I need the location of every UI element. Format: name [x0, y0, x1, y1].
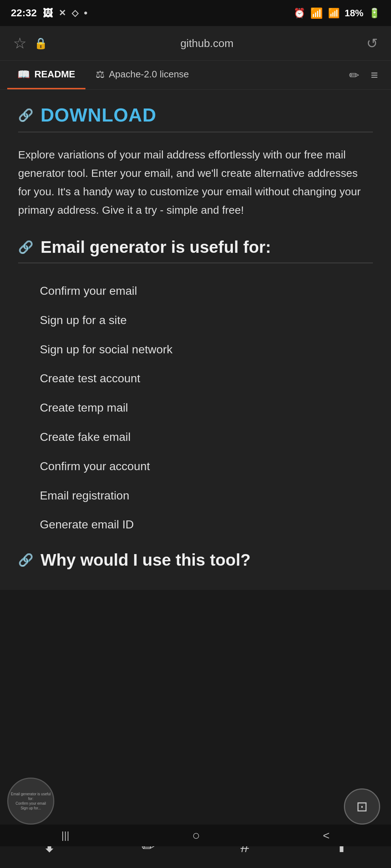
ocr-button[interactable]: ⊡ — [344, 788, 380, 825]
battery-percent: 18% — [345, 8, 363, 19]
list-item-test-account: Create test account — [40, 370, 140, 387]
list-item: Create temp mail — [18, 393, 373, 422]
wifi-icon: 📶 — [310, 7, 323, 19]
list-item-fake-email: Create fake email — [40, 429, 131, 445]
status-time: 22:32 — [11, 7, 37, 19]
dot-indicator: • — [84, 7, 88, 19]
battery-icon: 🔋 — [369, 8, 380, 19]
list-item: Email registration — [18, 481, 373, 510]
nav-home-button[interactable]: ○ — [192, 828, 200, 843]
photo-icon: 🖼 — [43, 7, 53, 19]
list-item-confirm-account: Confirm your account — [40, 458, 150, 475]
reload-button[interactable]: ↺ — [366, 35, 378, 51]
twitter-x-icon: ✕ — [59, 8, 66, 18]
tab-license-label: Apache-2.0 license — [109, 69, 189, 80]
list-icon[interactable]: ≡ — [365, 68, 384, 82]
tab-readme-label: README — [34, 69, 75, 80]
download-heading-container: 🔗 DOWNLOAD — [18, 104, 373, 126]
list-item: Create fake email — [18, 422, 373, 452]
shield-icon: ◇ — [72, 8, 78, 18]
page-thumbnail[interactable]: Email generator is useful for: Confirm y… — [7, 778, 54, 825]
list-item: Create test account — [18, 364, 373, 393]
edit-icon[interactable]: ✏ — [343, 68, 365, 82]
why-anchor-icon[interactable]: 🔗 — [18, 553, 33, 567]
alarm-icon: ⏰ — [294, 8, 305, 19]
url-display[interactable]: github.com — [47, 37, 366, 50]
readme-book-icon: 📖 — [17, 68, 30, 80]
browser-address-bar[interactable]: ☆ 🔒 github.com ↺ — [0, 26, 391, 61]
tab-readme[interactable]: 📖 README — [7, 61, 85, 89]
why-heading-container: 🔗 Why would I use this tool? — [18, 550, 373, 570]
download-description: Explore variations of your mail address … — [18, 145, 373, 219]
list-item: Sign up for social network — [18, 335, 373, 364]
system-nav-bar: ||| ○ < — [0, 825, 391, 846]
nav-back-button[interactable]: < — [323, 829, 330, 842]
download-heading: DOWNLOAD — [41, 104, 156, 126]
use-cases-list: Confirm your email Sign up for a site Si… — [18, 276, 373, 539]
list-item-signup-social: Sign up for social network — [40, 341, 172, 358]
list-item: Generate email ID — [18, 510, 373, 539]
download-divider — [18, 132, 373, 132]
useful-for-anchor-icon[interactable]: 🔗 — [18, 240, 33, 254]
list-item-generate-email-id: Generate email ID — [40, 516, 134, 533]
list-item: Confirm your email — [18, 276, 373, 306]
why-section-container: 🔗 Why would I use this tool? — [18, 550, 373, 570]
status-time-area: 22:32 🖼 ✕ ◇ • — [11, 7, 87, 19]
list-item-confirm-email: Confirm your email — [40, 283, 137, 299]
list-item: Sign up for a site — [18, 306, 373, 335]
thumbnail-content: Email generator is useful for: Confirm y… — [8, 790, 53, 813]
ocr-icon: ⊡ — [356, 799, 368, 814]
list-item-temp-mail: Create temp mail — [40, 400, 128, 416]
tab-license[interactable]: ⚖ Apache-2.0 license — [85, 61, 199, 89]
why-heading: Why would I use this tool? — [41, 550, 251, 570]
readme-content: 🔗 DOWNLOAD Explore variations of your ma… — [0, 90, 391, 590]
useful-for-heading-container: 🔗 Email generator is useful for: — [18, 237, 373, 257]
useful-for-heading: Email generator is useful for: — [41, 237, 271, 257]
useful-for-divider — [18, 263, 373, 263]
license-scale-icon: ⚖ — [96, 68, 105, 80]
signal-icon: 📶 — [328, 8, 340, 19]
nav-recents-button[interactable]: ||| — [62, 830, 70, 841]
download-anchor-icon[interactable]: 🔗 — [18, 108, 33, 122]
list-item-signup-site: Sign up for a site — [40, 312, 127, 328]
status-indicators: ⏰ 📶 📶 18% 🔋 — [294, 7, 380, 19]
list-item: Confirm your account — [18, 452, 373, 481]
list-item-email-registration: Email registration — [40, 488, 129, 504]
bookmark-icon[interactable]: ☆ — [13, 34, 27, 52]
lock-icon: 🔒 — [34, 37, 47, 50]
repository-tab-bar: 📖 README ⚖ Apache-2.0 license ✏ ≡ — [0, 61, 391, 90]
status-bar: 22:32 🖼 ✕ ◇ • ⏰ 📶 📶 18% 🔋 — [0, 0, 391, 26]
